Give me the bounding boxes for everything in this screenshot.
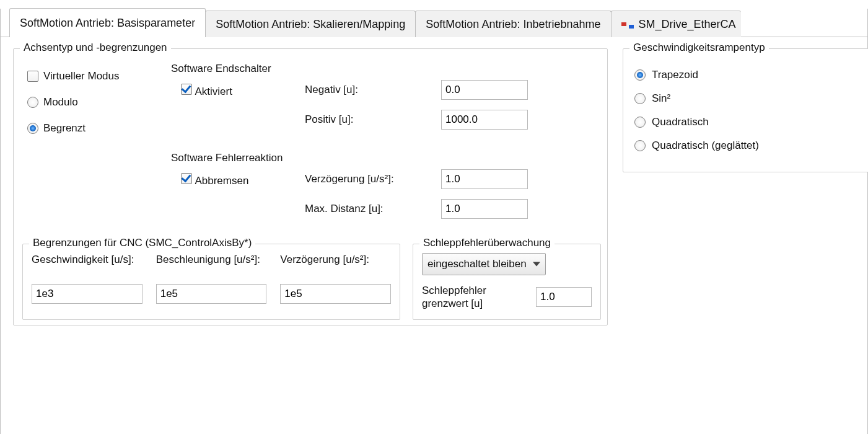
cnc-geschw-label: Geschwindigkeit [u/s]: bbox=[32, 253, 142, 283]
ramp-trapezoid-label: Trapezoid bbox=[652, 69, 698, 81]
cnc-beschl-label: Beschleunigung [u/s²]: bbox=[156, 253, 267, 283]
group-schleppfehler: Schleppfehlerüberwachung eingeschaltet b… bbox=[413, 244, 601, 320]
tab-strip: SoftMotion Antrieb: Basisparameter SoftM… bbox=[9, 9, 867, 37]
abbremsen-label: Abbremsen bbox=[195, 175, 248, 187]
group-rampentyp: Geschwindigkeitsrampentyp Trapezoid Sin²… bbox=[623, 48, 868, 172]
positiv-input[interactable] bbox=[441, 110, 528, 130]
tab-content: Achsentyp und -begrenzungen Virtueller M… bbox=[1, 37, 867, 337]
axis-type-options: Virtueller Modus Modulo Begrenzt bbox=[22, 63, 171, 241]
negativ-input[interactable] bbox=[441, 80, 528, 100]
radio-icon bbox=[634, 69, 646, 81]
checkbox-icon bbox=[27, 71, 38, 82]
positiv-label: Positiv [u]: bbox=[305, 113, 441, 126]
ramp-sin2-label: Sin² bbox=[652, 92, 670, 105]
left-column: Achsentyp und -begrenzungen Virtueller M… bbox=[13, 48, 608, 326]
tab-label: SoftMotion Antrieb: Basisparameter bbox=[20, 9, 195, 37]
checkbox-icon bbox=[181, 84, 192, 95]
verzoegerung-label: Verzögerung [u/s²]: bbox=[305, 173, 441, 185]
group-legend: Achsentyp und -begrenzungen bbox=[20, 42, 171, 54]
select-value: eingeschaltet bleiben bbox=[427, 258, 527, 270]
subgroup-software-endschalter: Software Endschalter Aktiviert bbox=[171, 63, 598, 140]
verzoegerung-input[interactable] bbox=[441, 169, 528, 189]
ramp-trapezoid-radio[interactable]: Trapezoid bbox=[634, 69, 859, 81]
begrenzt-label: Begrenzt bbox=[43, 122, 85, 135]
cnc-beschl-input[interactable] bbox=[156, 284, 267, 304]
group-legend: Geschwindigkeitsrampentyp bbox=[629, 42, 769, 54]
cnc-geschw-input[interactable] bbox=[32, 284, 142, 304]
group-legend: Schleppfehlerüberwachung bbox=[419, 237, 555, 249]
schleppfehler-grenzwert-input[interactable] bbox=[536, 287, 592, 307]
ramp-sin2-radio[interactable]: Sin² bbox=[634, 92, 859, 105]
ramp-quadratisch-radio[interactable]: Quadratisch bbox=[634, 116, 859, 128]
cnc-verz-input[interactable] bbox=[280, 284, 391, 304]
virtual-mode-label: Virtueller Modus bbox=[43, 70, 120, 82]
softmotion-config-window: SoftMotion Antrieb: Basisparameter SoftM… bbox=[0, 9, 868, 434]
ramp-quadratisch-glatt-label: Quadratisch (geglättet) bbox=[652, 140, 759, 152]
max-distanz-input[interactable] bbox=[441, 199, 528, 219]
tab-label: SoftMotion Antrieb: Skalieren/Mapping bbox=[216, 11, 405, 37]
aktiviert-checkbox[interactable]: Aktiviert bbox=[181, 84, 292, 98]
right-column: Geschwindigkeitsrampentyp Trapezoid Sin²… bbox=[623, 48, 868, 172]
device-icon bbox=[621, 20, 634, 29]
begrenzt-radio[interactable]: Begrenzt bbox=[27, 122, 171, 135]
negativ-label: Negativ [u]: bbox=[305, 84, 441, 96]
radio-icon bbox=[27, 123, 38, 134]
schleppfehler-mode-select[interactable]: eingeschaltet bleiben bbox=[422, 253, 546, 275]
group-legend: Begrenzungen für CNC (SMC_ControlAxisBy*… bbox=[29, 237, 255, 249]
tab-sm-drive-ethercat[interactable]: SM_Drive_EtherCA bbox=[611, 11, 741, 37]
radio-icon bbox=[634, 93, 646, 104]
radio-icon bbox=[634, 117, 646, 128]
cnc-col-geschwindigkeit: Geschwindigkeit [u/s]: bbox=[32, 253, 142, 304]
tab-basisparameter[interactable]: SoftMotion Antrieb: Basisparameter bbox=[9, 8, 206, 37]
cnc-verz-label: Verzögerung [u/s²]: bbox=[280, 253, 391, 283]
group-cnc-limits: Begrenzungen für CNC (SMC_ControlAxisBy*… bbox=[22, 244, 400, 320]
chevron-down-icon bbox=[533, 262, 540, 267]
virtual-mode-checkbox[interactable]: Virtueller Modus bbox=[27, 70, 171, 82]
tab-label: SM_Drive_EtherCA bbox=[639, 11, 736, 37]
group-achsentyp: Achsentyp und -begrenzungen Virtueller M… bbox=[13, 48, 608, 326]
ramp-quadratisch-glatt-radio[interactable]: Quadratisch (geglättet) bbox=[634, 140, 859, 152]
radio-icon bbox=[634, 140, 646, 151]
modulo-label: Modulo bbox=[43, 96, 78, 108]
subgroup-title: Software Endschalter bbox=[171, 63, 598, 75]
subgroup-software-fehlerreaktion: Software Fehlerreaktion Abbremsen bbox=[171, 152, 598, 229]
tab-label: SoftMotion Antrieb: Inbetriebnahme bbox=[426, 11, 600, 37]
subgroup-title: Software Fehlerreaktion bbox=[171, 152, 598, 164]
radio-icon bbox=[27, 97, 38, 108]
checkbox-icon bbox=[181, 173, 192, 184]
schleppfehler-grenzwert-label: Schleppfehler grenzwert [u] bbox=[422, 284, 527, 311]
tab-skalieren-mapping[interactable]: SoftMotion Antrieb: Skalieren/Mapping bbox=[205, 11, 416, 37]
modulo-radio[interactable]: Modulo bbox=[27, 96, 171, 108]
aktiviert-label: Aktiviert bbox=[195, 86, 232, 97]
cnc-col-beschleunigung: Beschleunigung [u/s²]: bbox=[156, 253, 267, 304]
tab-inbetriebnahme[interactable]: SoftMotion Antrieb: Inbetriebnahme bbox=[415, 11, 611, 37]
cnc-col-verzoegerung: Verzögerung [u/s²]: bbox=[280, 253, 391, 304]
abbremsen-checkbox[interactable]: Abbremsen bbox=[181, 173, 292, 187]
max-distanz-label: Max. Distanz [u]: bbox=[305, 203, 441, 215]
ramp-quadratisch-label: Quadratisch bbox=[652, 116, 709, 128]
